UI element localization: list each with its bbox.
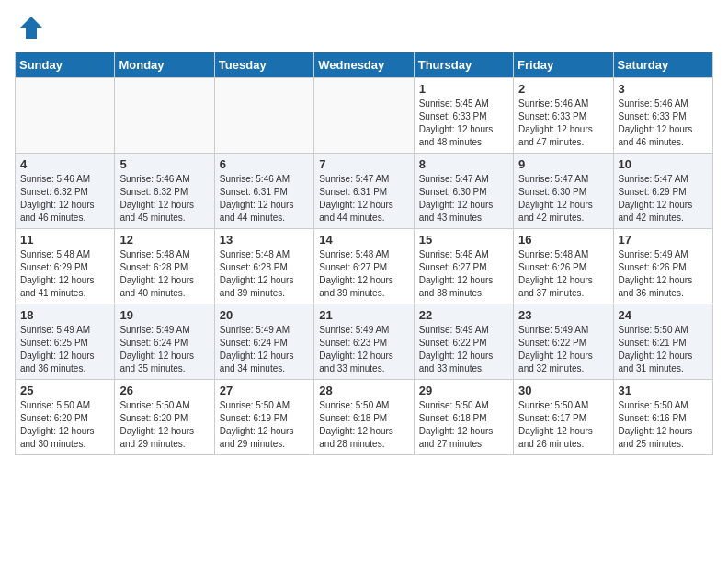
day-number: 11 bbox=[20, 233, 109, 247]
day-number: 30 bbox=[518, 384, 608, 397]
day-number: 28 bbox=[319, 384, 408, 397]
day-number: 6 bbox=[220, 157, 309, 171]
day-info: Sunrise: 5:50 AM Sunset: 6:17 PM Dayligh… bbox=[518, 399, 608, 451]
calendar-day-cell: 2Sunrise: 5:46 AM Sunset: 6:33 PM Daylig… bbox=[514, 78, 613, 154]
day-info: Sunrise: 5:47 AM Sunset: 6:31 PM Dayligh… bbox=[319, 173, 408, 224]
day-info: Sunrise: 5:49 AM Sunset: 6:25 PM Dayligh… bbox=[20, 324, 109, 375]
calendar-day-cell: 31Sunrise: 5:50 AM Sunset: 6:16 PM Dayli… bbox=[613, 380, 712, 455]
day-info: Sunrise: 5:50 AM Sunset: 6:21 PM Dayligh… bbox=[619, 324, 708, 375]
calendar-day-cell: 19Sunrise: 5:49 AM Sunset: 6:24 PM Dayli… bbox=[115, 304, 214, 380]
calendar-day-cell: 8Sunrise: 5:47 AM Sunset: 6:30 PM Daylig… bbox=[414, 154, 513, 229]
day-number: 8 bbox=[419, 157, 508, 171]
calendar-day-cell: 24Sunrise: 5:50 AM Sunset: 6:21 PM Dayli… bbox=[613, 304, 712, 380]
calendar-week-row: 11Sunrise: 5:48 AM Sunset: 6:29 PM Dayli… bbox=[16, 229, 713, 304]
column-header-monday: Monday bbox=[115, 52, 214, 78]
calendar-day-cell bbox=[314, 78, 414, 154]
day-number: 26 bbox=[119, 384, 209, 397]
calendar-day-cell: 11Sunrise: 5:48 AM Sunset: 6:29 PM Dayli… bbox=[16, 229, 115, 304]
column-header-tuesday: Tuesday bbox=[214, 52, 313, 78]
day-number: 7 bbox=[319, 157, 408, 171]
calendar-day-cell: 29Sunrise: 5:50 AM Sunset: 6:18 PM Dayli… bbox=[414, 380, 513, 455]
calendar-week-row: 18Sunrise: 5:49 AM Sunset: 6:25 PM Dayli… bbox=[16, 304, 713, 380]
column-header-wednesday: Wednesday bbox=[314, 52, 414, 78]
day-info: Sunrise: 5:46 AM Sunset: 6:31 PM Dayligh… bbox=[220, 173, 309, 224]
calendar-week-row: 25Sunrise: 5:50 AM Sunset: 6:20 PM Dayli… bbox=[16, 380, 713, 455]
column-header-saturday: Saturday bbox=[613, 52, 712, 78]
day-number: 10 bbox=[619, 157, 708, 171]
day-number: 21 bbox=[319, 308, 408, 322]
day-info: Sunrise: 5:47 AM Sunset: 6:30 PM Dayligh… bbox=[419, 173, 508, 224]
day-info: Sunrise: 5:50 AM Sunset: 6:20 PM Dayligh… bbox=[119, 399, 209, 451]
day-number: 25 bbox=[20, 384, 109, 397]
day-number: 23 bbox=[518, 308, 608, 322]
svg-marker-0 bbox=[20, 17, 42, 39]
day-info: Sunrise: 5:48 AM Sunset: 6:27 PM Dayligh… bbox=[319, 248, 408, 300]
calendar-day-cell: 28Sunrise: 5:50 AM Sunset: 6:18 PM Dayli… bbox=[314, 380, 414, 455]
day-info: Sunrise: 5:46 AM Sunset: 6:32 PM Dayligh… bbox=[20, 173, 109, 224]
calendar-day-cell bbox=[214, 78, 313, 154]
page-header bbox=[15, 15, 713, 40]
column-header-sunday: Sunday bbox=[16, 52, 115, 78]
day-number: 1 bbox=[419, 82, 508, 96]
calendar-day-cell: 7Sunrise: 5:47 AM Sunset: 6:31 PM Daylig… bbox=[314, 154, 414, 229]
calendar-day-cell: 26Sunrise: 5:50 AM Sunset: 6:20 PM Dayli… bbox=[115, 380, 214, 455]
day-info: Sunrise: 5:49 AM Sunset: 6:24 PM Dayligh… bbox=[220, 324, 309, 375]
day-info: Sunrise: 5:48 AM Sunset: 6:26 PM Dayligh… bbox=[518, 248, 608, 300]
day-number: 17 bbox=[619, 233, 708, 247]
day-number: 18 bbox=[20, 308, 109, 322]
day-number: 5 bbox=[119, 157, 209, 171]
logo-icon bbox=[18, 15, 44, 40]
day-number: 3 bbox=[619, 82, 708, 96]
calendar-table: SundayMondayTuesdayWednesdayThursdayFrid… bbox=[15, 52, 713, 455]
day-number: 15 bbox=[419, 233, 508, 247]
calendar-day-cell: 16Sunrise: 5:48 AM Sunset: 6:26 PM Dayli… bbox=[514, 229, 613, 304]
day-number: 22 bbox=[419, 308, 508, 322]
day-info: Sunrise: 5:48 AM Sunset: 6:29 PM Dayligh… bbox=[20, 248, 109, 300]
calendar-day-cell: 5Sunrise: 5:46 AM Sunset: 6:32 PM Daylig… bbox=[115, 154, 214, 229]
calendar-day-cell: 13Sunrise: 5:48 AM Sunset: 6:28 PM Dayli… bbox=[214, 229, 313, 304]
day-info: Sunrise: 5:50 AM Sunset: 6:20 PM Dayligh… bbox=[20, 399, 109, 451]
calendar-week-row: 1Sunrise: 5:45 AM Sunset: 6:33 PM Daylig… bbox=[16, 78, 713, 154]
calendar-day-cell: 25Sunrise: 5:50 AM Sunset: 6:20 PM Dayli… bbox=[16, 380, 115, 455]
calendar-day-cell: 17Sunrise: 5:49 AM Sunset: 6:26 PM Dayli… bbox=[613, 229, 712, 304]
calendar-day-cell: 10Sunrise: 5:47 AM Sunset: 6:29 PM Dayli… bbox=[613, 154, 712, 229]
day-number: 29 bbox=[419, 384, 508, 397]
day-number: 16 bbox=[518, 233, 608, 247]
day-number: 2 bbox=[518, 82, 608, 96]
day-number: 31 bbox=[619, 384, 708, 397]
calendar-day-cell: 21Sunrise: 5:49 AM Sunset: 6:23 PM Dayli… bbox=[314, 304, 414, 380]
day-info: Sunrise: 5:45 AM Sunset: 6:33 PM Dayligh… bbox=[419, 98, 508, 149]
day-info: Sunrise: 5:46 AM Sunset: 6:33 PM Dayligh… bbox=[518, 98, 608, 149]
day-info: Sunrise: 5:47 AM Sunset: 6:29 PM Dayligh… bbox=[619, 173, 708, 224]
day-info: Sunrise: 5:48 AM Sunset: 6:28 PM Dayligh… bbox=[119, 248, 209, 300]
calendar-day-cell: 4Sunrise: 5:46 AM Sunset: 6:32 PM Daylig… bbox=[16, 154, 115, 229]
calendar-day-cell: 20Sunrise: 5:49 AM Sunset: 6:24 PM Dayli… bbox=[214, 304, 313, 380]
day-info: Sunrise: 5:47 AM Sunset: 6:30 PM Dayligh… bbox=[518, 173, 608, 224]
day-info: Sunrise: 5:46 AM Sunset: 6:33 PM Dayligh… bbox=[619, 98, 708, 149]
calendar-day-cell: 9Sunrise: 5:47 AM Sunset: 6:30 PM Daylig… bbox=[514, 154, 613, 229]
day-info: Sunrise: 5:50 AM Sunset: 6:18 PM Dayligh… bbox=[319, 399, 408, 451]
calendar-day-cell: 1Sunrise: 5:45 AM Sunset: 6:33 PM Daylig… bbox=[414, 78, 513, 154]
day-info: Sunrise: 5:49 AM Sunset: 6:22 PM Dayligh… bbox=[518, 324, 608, 375]
day-number: 9 bbox=[518, 157, 608, 171]
calendar-day-cell: 6Sunrise: 5:46 AM Sunset: 6:31 PM Daylig… bbox=[214, 154, 313, 229]
calendar-day-cell bbox=[115, 78, 214, 154]
column-header-thursday: Thursday bbox=[414, 52, 513, 78]
day-info: Sunrise: 5:50 AM Sunset: 6:16 PM Dayligh… bbox=[619, 399, 708, 451]
calendar-day-cell: 15Sunrise: 5:48 AM Sunset: 6:27 PM Dayli… bbox=[414, 229, 513, 304]
calendar-day-cell: 27Sunrise: 5:50 AM Sunset: 6:19 PM Dayli… bbox=[214, 380, 313, 455]
day-info: Sunrise: 5:50 AM Sunset: 6:18 PM Dayligh… bbox=[419, 399, 508, 451]
day-info: Sunrise: 5:48 AM Sunset: 6:28 PM Dayligh… bbox=[220, 248, 309, 300]
day-number: 14 bbox=[319, 233, 408, 247]
column-header-friday: Friday bbox=[514, 52, 613, 78]
logo bbox=[15, 15, 44, 40]
day-number: 27 bbox=[220, 384, 309, 397]
day-info: Sunrise: 5:46 AM Sunset: 6:32 PM Dayligh… bbox=[119, 173, 209, 224]
day-number: 12 bbox=[119, 233, 209, 247]
day-number: 19 bbox=[119, 308, 209, 322]
calendar-week-row: 4Sunrise: 5:46 AM Sunset: 6:32 PM Daylig… bbox=[16, 154, 713, 229]
day-info: Sunrise: 5:49 AM Sunset: 6:23 PM Dayligh… bbox=[319, 324, 408, 375]
calendar-day-cell: 23Sunrise: 5:49 AM Sunset: 6:22 PM Dayli… bbox=[514, 304, 613, 380]
day-info: Sunrise: 5:49 AM Sunset: 6:22 PM Dayligh… bbox=[419, 324, 508, 375]
day-number: 13 bbox=[220, 233, 309, 247]
